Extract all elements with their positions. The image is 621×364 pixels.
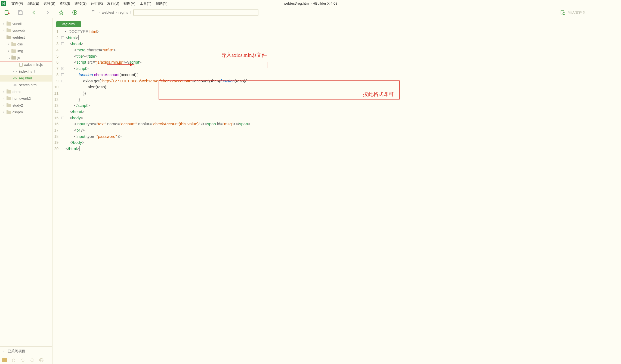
app-logo: H bbox=[1, 1, 6, 6]
tree-folder-vueweb[interactable]: ›vueweb bbox=[0, 27, 52, 34]
menu-find[interactable]: 查找(I) bbox=[57, 1, 72, 7]
menu-publish[interactable]: 发行(U) bbox=[105, 1, 121, 7]
menu-view[interactable]: 视图(V) bbox=[121, 1, 137, 7]
tree-folder-study2[interactable]: ›study2 bbox=[0, 102, 52, 109]
code-editor[interactable]: reg.html 导入axios.min.js文件 按此格式即可 1<!DOCT… bbox=[52, 18, 621, 364]
svg-rect-7 bbox=[561, 10, 564, 14]
tree-folder-homework2[interactable]: ›homework2 bbox=[0, 95, 52, 102]
run-icon[interactable] bbox=[72, 10, 78, 15]
breadcrumb-project[interactable]: webtest bbox=[102, 10, 114, 14]
tree-folder-img[interactable]: ›img bbox=[0, 48, 52, 54]
file-tree: ›vuecli ›vueweb ⌄webtest ›css ›img ⌄js a… bbox=[0, 18, 52, 346]
bottom-toolbar bbox=[0, 356, 52, 364]
code-area[interactable]: 导入axios.min.js文件 按此格式即可 1<!DOCTYPE html>… bbox=[52, 27, 621, 364]
tree-folder-demo[interactable]: ›demo bbox=[0, 88, 52, 95]
window-title: webtest/reg.html - HBuilder X 4.08 bbox=[284, 1, 338, 5]
back-icon[interactable] bbox=[31, 10, 37, 15]
cloud-icon[interactable] bbox=[29, 357, 35, 363]
search-icon[interactable] bbox=[560, 10, 566, 15]
tree-file-search[interactable]: <>search.html bbox=[0, 82, 52, 88]
menu-edit[interactable]: 编辑(E) bbox=[25, 1, 41, 7]
annotation-box-1 bbox=[134, 62, 267, 68]
svg-marker-6 bbox=[74, 11, 76, 14]
svg-rect-3 bbox=[19, 11, 21, 12]
breadcrumb-file[interactable]: reg.html bbox=[119, 10, 131, 14]
tab-reg[interactable]: reg.html bbox=[56, 21, 81, 27]
tree-folder-js[interactable]: ⌄js bbox=[0, 54, 52, 61]
menu-run[interactable]: 运行(R) bbox=[89, 1, 105, 7]
annotation-format: 按此格式即可 bbox=[363, 91, 394, 98]
sync-icon[interactable] bbox=[20, 357, 26, 363]
annotation-import: 导入axios.min.js文件 bbox=[221, 52, 267, 58]
open-folder-icon[interactable] bbox=[2, 358, 7, 362]
tree-file-reg[interactable]: <>reg.html bbox=[0, 75, 52, 82]
menu-goto[interactable]: 跳转(G) bbox=[72, 1, 89, 7]
folder-icon bbox=[92, 11, 96, 14]
menu-tools[interactable]: 工具(T) bbox=[138, 1, 154, 7]
svg-rect-0 bbox=[5, 10, 8, 14]
sidebar: ›vuecli ›vueweb ⌄webtest ›css ›img ⌄js a… bbox=[0, 18, 52, 364]
svg-line-9 bbox=[565, 14, 566, 15]
search-input[interactable] bbox=[568, 10, 617, 14]
editor-tabs: reg.html bbox=[52, 19, 621, 27]
menu-bar: H 文件(F) 编辑(E) 选择(S) 查找(I) 跳转(G) 运行(R) 发行… bbox=[0, 0, 621, 7]
annotation-arrow bbox=[107, 64, 134, 65]
tree-folder-vuecli[interactable]: ›vuecli bbox=[0, 20, 52, 27]
svg-marker-4 bbox=[59, 10, 63, 15]
closed-projects[interactable]: › 已关闭项目 bbox=[0, 346, 52, 356]
toolbar: › webtest › reg.html bbox=[0, 7, 621, 18]
menu-help[interactable]: 帮助(Y) bbox=[153, 1, 169, 7]
menu-file[interactable]: 文件(F) bbox=[9, 1, 25, 7]
tree-folder-csspro[interactable]: ›csspro bbox=[0, 109, 52, 116]
tree-file-index[interactable]: <>index.html bbox=[0, 68, 52, 75]
new-file-icon[interactable] bbox=[4, 10, 10, 15]
save-icon[interactable] bbox=[17, 10, 23, 15]
menu-select[interactable]: 选择(S) bbox=[41, 1, 57, 7]
star-icon[interactable] bbox=[58, 10, 64, 15]
tree-file-axios[interactable]: axios.min.js bbox=[0, 61, 52, 68]
address-bar[interactable] bbox=[133, 10, 258, 15]
bug-icon[interactable] bbox=[11, 357, 16, 363]
breadcrumb[interactable]: › webtest › reg.html bbox=[92, 10, 131, 14]
tree-folder-css[interactable]: ›css bbox=[0, 41, 52, 48]
svg-point-10 bbox=[12, 359, 15, 362]
globe-icon[interactable] bbox=[39, 357, 44, 363]
forward-icon[interactable] bbox=[45, 10, 51, 15]
tree-folder-webtest[interactable]: ⌄webtest bbox=[0, 34, 52, 41]
